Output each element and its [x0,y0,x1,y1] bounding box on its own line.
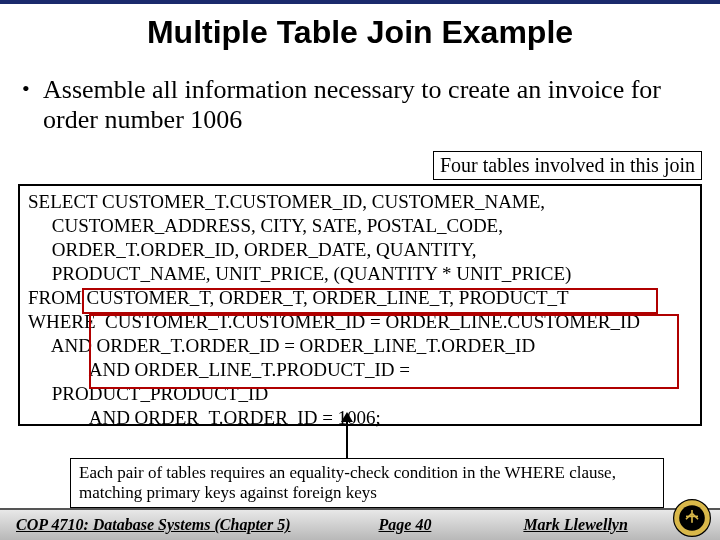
bullet-text: Assemble all information necessary to cr… [43,75,692,135]
bullet-item: • Assemble all information necessary to … [22,75,692,135]
bullet-marker: • [22,75,33,103]
ucf-logo-icon [672,498,712,538]
callout-four-tables: Four tables involved in this join [433,151,702,180]
footer-bar: COP 4710: Database Systems (Chapter 5) P… [0,508,720,540]
slide-title: Multiple Table Join Example [0,14,720,51]
sql-box: SELECT CUSTOMER_T.CUSTOMER_ID, CUSTOMER_… [18,184,702,426]
footer-course: COP 4710: Database Systems (Chapter 5) [6,516,301,534]
footer-author: Mark Llewellyn [513,516,637,534]
slide: Multiple Table Join Example • Assemble a… [0,0,720,540]
footer-page: Page 40 [369,516,442,534]
callout-where-explanation: Each pair of tables requires an equality… [70,458,664,508]
sql-code: SELECT CUSTOMER_T.CUSTOMER_ID, CUSTOMER_… [28,190,692,430]
svg-rect-3 [691,510,693,523]
arrow-icon [346,420,348,458]
